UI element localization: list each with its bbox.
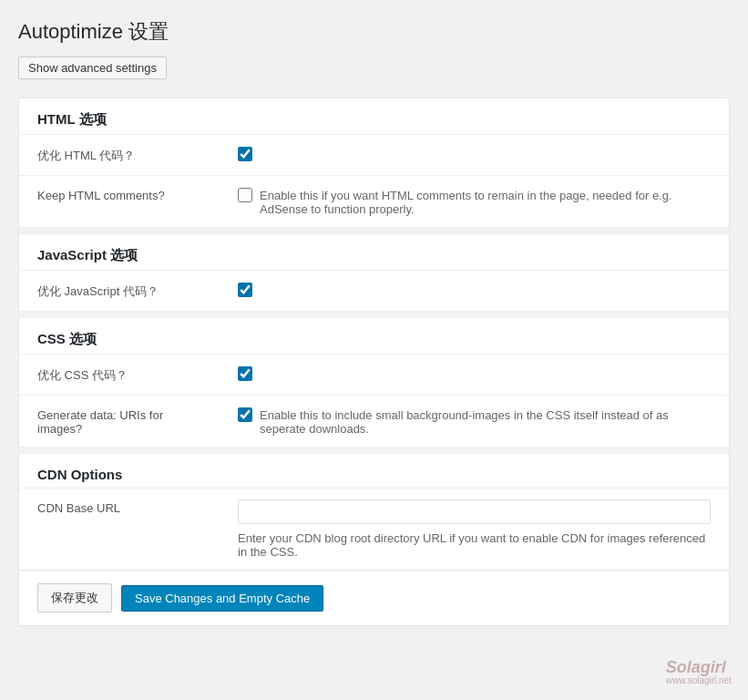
- js-section-header: JavaScript 选项: [19, 234, 729, 271]
- html-settings-table: 优化 HTML 代码？ Keep HTML comments? Enable t…: [19, 135, 729, 227]
- html-optimize-label: 优化 HTML 代码？: [19, 135, 220, 176]
- save-button[interactable]: 保存更改: [37, 583, 112, 612]
- css-optimize-checkbox[interactable]: [238, 366, 252, 381]
- cdn-base-url-description: Enter your CDN blog root directory URL i…: [238, 531, 711, 559]
- html-comments-description: Enable this if you want HTML comments to…: [260, 189, 711, 216]
- html-optimize-checkbox[interactable]: [238, 147, 252, 161]
- cdn-base-url-label: CDN Base URL: [19, 489, 220, 570]
- checkbox-row: Enable this to include small background-…: [238, 407, 711, 436]
- html-optimize-cell: [220, 135, 729, 176]
- table-row: Generate data: URIs for images? Enable t…: [19, 396, 729, 448]
- watermark: Solagirl www.solagirl.net: [666, 658, 732, 685]
- html-comments-label: Keep HTML comments?: [19, 176, 220, 228]
- js-settings-table: 优化 JavaScript 代码？: [19, 271, 729, 311]
- html-section-header: HTML 选项: [19, 98, 729, 135]
- watermark-text: Solagirl: [666, 658, 726, 676]
- cdn-section-title: CDN Options: [37, 467, 711, 482]
- js-optimize-cell: [220, 271, 729, 311]
- watermark-subtext: www.solagirl.net: [666, 675, 732, 685]
- js-optimize-checkbox[interactable]: [238, 283, 252, 297]
- js-section-title: JavaScript 选项: [37, 247, 711, 264]
- css-generate-uris-label: Generate data: URIs for images?: [19, 396, 220, 448]
- table-row: 优化 CSS 代码？: [19, 355, 729, 396]
- css-section-header: CSS 选项: [19, 318, 729, 355]
- cdn-section-header: CDN Options: [19, 454, 729, 489]
- save-cache-button[interactable]: Save Changes and Empty Cache: [121, 585, 323, 612]
- table-row: 优化 JavaScript 代码？: [19, 271, 729, 311]
- css-settings-table: 优化 CSS 代码？ Generate data: URIs for image…: [19, 355, 729, 447]
- cdn-base-url-input[interactable]: [238, 499, 711, 524]
- css-generate-uris-cell: Enable this to include small background-…: [220, 396, 729, 448]
- page-title: Autoptimize 设置: [18, 18, 730, 46]
- table-row: Keep HTML comments? Enable this if you w…: [19, 176, 729, 228]
- table-row: 优化 HTML 代码？: [19, 135, 729, 176]
- page-wrapper: Autoptimize 设置 Show advanced settings HT…: [0, 0, 748, 700]
- css-section-title: CSS 选项: [37, 331, 711, 348]
- css-optimize-label: 优化 CSS 代码？: [19, 355, 220, 396]
- css-generate-uris-description: Enable this to include small background-…: [260, 408, 711, 436]
- html-comments-checkbox[interactable]: [238, 188, 252, 202]
- css-generate-uris-checkbox[interactable]: [238, 407, 252, 422]
- table-row: CDN Base URL Enter your CDN blog root di…: [19, 489, 729, 570]
- cdn-base-url-cell: Enter your CDN blog root directory URL i…: [220, 489, 729, 570]
- footer-buttons: 保存更改 Save Changes and Empty Cache: [19, 570, 729, 625]
- settings-form: HTML 选项 优化 HTML 代码？ Keep HTML comments? …: [18, 98, 730, 626]
- cdn-settings-table: CDN Base URL Enter your CDN blog root di…: [19, 489, 729, 570]
- css-optimize-cell: [220, 355, 729, 396]
- html-comments-cell: Enable this if you want HTML comments to…: [220, 176, 729, 228]
- checkbox-row: Enable this if you want HTML comments to…: [238, 187, 711, 216]
- js-optimize-label: 优化 JavaScript 代码？: [19, 271, 220, 311]
- html-section-title: HTML 选项: [37, 111, 711, 129]
- show-advanced-button[interactable]: Show advanced settings: [18, 57, 167, 79]
